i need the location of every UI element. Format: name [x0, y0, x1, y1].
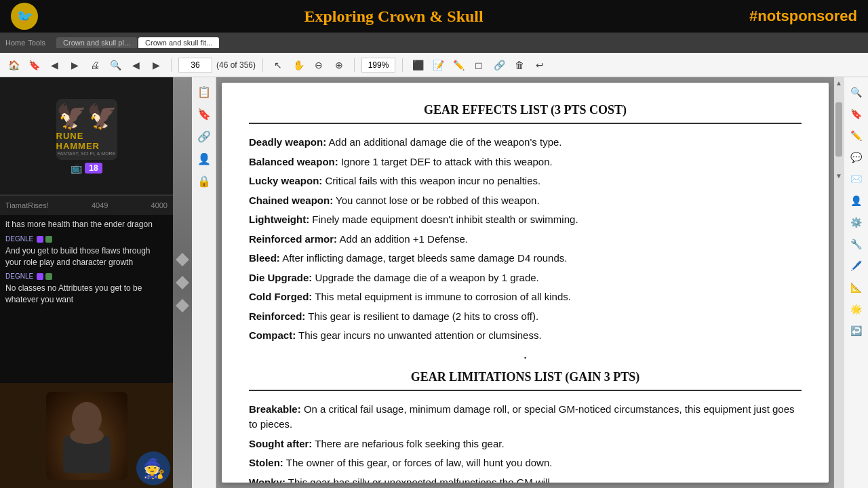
section1-title: GEAR EFFECTS LIST (3 PTS COST): [249, 103, 802, 117]
nav-tools[interactable]: Tools: [28, 39, 45, 47]
twitch-badge: 📺 18: [71, 163, 102, 174]
pdf-toolbar: 🏠 🔖 ◀ ▶ 🖨 🔍 ◀ ▶ (46 of 356) ↖ ✋ ⊖ ⊕ ⬛ 📝 …: [0, 53, 868, 77]
side-search-icon[interactable]: 🔍: [847, 83, 866, 102]
gear-desc-sought-after: There are nefarious folk seeking this ge…: [315, 438, 504, 449]
tool-link-icon[interactable]: 🔗: [491, 57, 507, 73]
tool-print-icon[interactable]: 🖨: [87, 57, 103, 73]
tool-next-page-icon[interactable]: ▶: [148, 57, 164, 73]
tool-annot-icon[interactable]: 📝: [430, 57, 446, 73]
gear-desc-balanced: Ignore 1 target DEF to attack with this …: [341, 156, 553, 167]
svg-point-2: [70, 428, 104, 444]
gear-item-bleed: Bleed: After inflicting damage, target b…: [249, 251, 802, 266]
side-settings-icon[interactable]: ⚙️: [847, 213, 866, 232]
gear-item-lucky: Lucky weapon: Critical fails with this w…: [249, 174, 802, 189]
logo-area: 🐦: [11, 3, 38, 30]
subscriber-count: 18: [85, 163, 102, 174]
side-measure-icon[interactable]: 📐: [847, 278, 866, 297]
tool-zoom-out-icon[interactable]: ⊖: [311, 57, 327, 73]
side-share-icon[interactable]: ✉️: [847, 169, 866, 188]
side-edit-icon[interactable]: ✏️: [847, 126, 866, 145]
pdf-scrollbar[interactable]: ▲ ▼: [834, 77, 844, 488]
tool-search-icon[interactable]: 🔍: [107, 57, 123, 73]
tool-undo-icon[interactable]: ↩: [532, 57, 548, 73]
right-sidebar: 🔍 🔖 ✏️ 💬 ✉️ 👤 ⚙️ 🔧 🖊️ 📐 🌟 ↩️: [844, 77, 868, 488]
gear-term-deadly: Deadly weapon:: [249, 136, 326, 148]
toolbar-separator-3: [354, 58, 355, 72]
gear-term-chained: Chained weapon:: [249, 195, 333, 206]
gear-desc-compact: This gear incurs no unwanted attention o…: [298, 329, 542, 341]
gear-term-sought-after: Sought after:: [249, 438, 312, 449]
side-highlight-icon[interactable]: 🌟: [847, 300, 866, 319]
pdf-document[interactable]: GEAR EFFECTS LIST (3 PTS COST) Deadly we…: [222, 83, 829, 483]
spine-diamond-mid: [176, 276, 189, 289]
browser-bar: Home Tools Crown and skull pl... Crown a…: [0, 33, 868, 53]
scroll-down-arrow[interactable]: ▼: [834, 170, 844, 182]
gear-desc-chained: You cannot lose or be robbed of this wea…: [336, 195, 540, 206]
birds-logo-icon: 🦅🦅: [56, 102, 117, 131]
gear-term-lightweight: Lightweight:: [249, 214, 309, 225]
gear-desc-deadly: Add an additional damage die of the weap…: [329, 136, 562, 148]
tool-home-icon[interactable]: 🏠: [5, 57, 22, 73]
webcam-corner-figure: 🧙: [136, 451, 170, 485]
toolbar-separator-2: [262, 58, 263, 72]
gear-term-balanced: Balanced weapon:: [249, 156, 338, 167]
gear-desc-lucky: Critical fails with this weapon incur no…: [326, 175, 541, 186]
tool-hand-icon[interactable]: ✋: [290, 57, 307, 73]
side-tools-icon[interactable]: 🔧: [847, 235, 866, 253]
side-draw-icon[interactable]: 🖊️: [847, 256, 866, 275]
gear-desc-reinforced: This gear is resilient to damage (2 hits…: [308, 310, 538, 322]
tool-delete-icon[interactable]: 🗑: [511, 57, 528, 73]
gear-desc-cold-forged: This metal equipment is immune to corros…: [315, 291, 571, 302]
gear-item-chained: Chained weapon: You cannot lose or be ro…: [249, 193, 802, 209]
gear-desc-lightweight: Finely made equipment doesn't inhibit st…: [312, 214, 578, 225]
streamer-logo: 🦅🦅 RUNE HAMMER FANTASY, SCI FI, & MORE: [56, 99, 117, 160]
spine-diamond-top: [176, 253, 189, 266]
tool-back-icon[interactable]: ◀: [46, 57, 62, 73]
gear-item-deadly: Deadly weapon: Add an additional damage …: [249, 135, 802, 150]
zoom-level-input[interactable]: [361, 58, 395, 73]
tool-cursor-icon[interactable]: ↖: [270, 57, 286, 73]
gear-term-compact: Compact:: [249, 329, 296, 341]
side-undo-icon[interactable]: ↩️: [847, 321, 866, 340]
side-bookmark-icon[interactable]: 🔖: [847, 104, 866, 123]
gear-item-cold-forged: Cold Forged: This metal equipment is imm…: [249, 289, 802, 305]
nav-home[interactable]: Home: [5, 39, 25, 47]
side-comment-icon[interactable]: 💬: [847, 148, 866, 167]
nav-lock-icon[interactable]: 🔒: [195, 172, 214, 190]
tool-draw-icon[interactable]: ✏️: [450, 57, 467, 73]
nav-bookmark-icon[interactable]: 🔖: [195, 105, 214, 123]
tool-select-icon[interactable]: ⬛: [410, 57, 426, 73]
section2-title: GEAR LIMITATIONS LIST (GAIN 3 PTS): [249, 370, 802, 384]
section2-divider: [249, 390, 802, 391]
scroll-thumb[interactable]: [835, 102, 842, 157]
gear-desc-stolen: The owner of this gear, or forces of law…: [286, 457, 553, 468]
left-panel: 🦅🦅 RUNE HAMMER FANTASY, SCI FI, & MORE 📺…: [0, 77, 173, 488]
emote-icon-2: [45, 236, 52, 243]
nav-home-icon[interactable]: 📋: [195, 83, 214, 101]
tool-prev-page-icon[interactable]: ◀: [127, 57, 144, 73]
side-user-icon[interactable]: 👤: [847, 191, 866, 210]
viewer-count-right: 4000: [151, 201, 167, 209]
gear-term-lucky: Lucky weapon:: [249, 175, 322, 186]
gear-term-reinforced: Reinforced:: [249, 310, 305, 322]
tool-bookmark-icon[interactable]: 🔖: [26, 57, 42, 73]
tab-crown-skull-2[interactable]: Crown and skull fit...: [138, 37, 219, 48]
page-number-input[interactable]: [178, 58, 212, 73]
gear-desc-reinforced-armor: Add an addition +1 Defense.: [339, 233, 468, 245]
section1-divider: [249, 123, 802, 124]
main-content: 🦅🦅 RUNE HAMMER FANTASY, SCI FI, & MORE 📺…: [0, 77, 868, 488]
gear-item-stolen: Stolen: The owner of this gear, or force…: [249, 455, 802, 471]
toolbar-separator-1: [171, 58, 172, 72]
gear-term-wonky: Wonky:: [249, 476, 285, 483]
scroll-up-arrow[interactable]: ▲: [834, 77, 844, 89]
gear-term-reinforced-armor: Reinforced armor:: [249, 233, 337, 245]
toolbar-separator-4: [402, 58, 403, 72]
tab-crown-skull-1[interactable]: Crown and skull pl...: [56, 37, 137, 48]
chat-message-1: it has more health than the ender dragon: [5, 219, 167, 230]
nav-user-icon[interactable]: 👤: [195, 150, 214, 168]
logo-bird-icon: 🐦: [11, 3, 38, 30]
tool-forward-icon[interactable]: ▶: [66, 57, 83, 73]
nav-link-icon[interactable]: 🔗: [195, 127, 214, 146]
tool-zoom-in-icon[interactable]: ⊕: [331, 57, 347, 73]
tool-shapes-icon[interactable]: ◻: [471, 57, 487, 73]
